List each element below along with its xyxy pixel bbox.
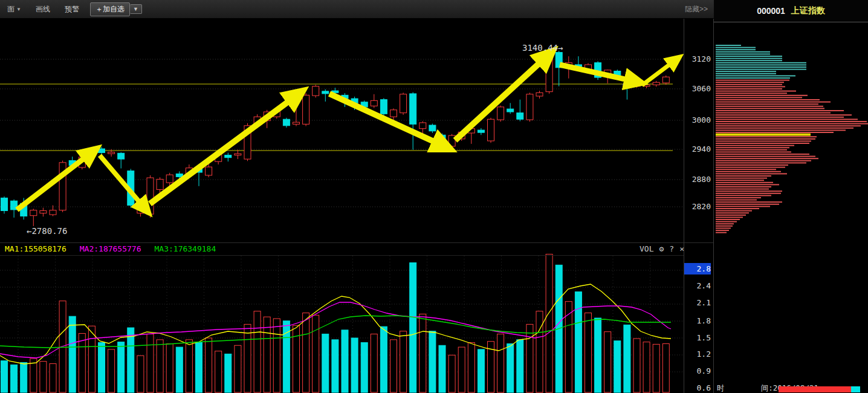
low-annotation: ←2780.76 (27, 226, 67, 236)
volume-axis-label: 1.2 (684, 349, 711, 359)
hide-panel-link[interactable]: 隐藏>> (685, 4, 708, 15)
volume-axis-label: 2.1 (684, 298, 711, 307)
menu-surface-label: 面 (7, 4, 15, 15)
price-axis-label: 3060 (684, 84, 711, 93)
candlestick-series (1, 49, 670, 226)
draw-line-button[interactable]: 画线 (28, 4, 57, 15)
profit-ratio-cyan (851, 386, 860, 392)
price-axis-label: 2880 (684, 175, 711, 184)
chart-canvas[interactable] (0, 0, 868, 393)
alert-button[interactable]: 预警 (57, 4, 86, 15)
price-axis-label: 2820 (684, 202, 711, 211)
volume-axis-label: 0.6 (684, 383, 711, 392)
chevron-down-icon: ▼ (16, 7, 21, 12)
price-axis-label: 3000 (684, 115, 711, 125)
menu-surface-button[interactable]: 面 ▼ (0, 4, 28, 15)
volume-axis-label: 1.8 (684, 316, 711, 325)
top-toolbar: 面 ▼ 画线 预警 ＋加自选 ▼ 隐藏>> (0, 0, 714, 19)
price-axis-label: 3120 (684, 54, 711, 63)
close-icon[interactable]: × (679, 244, 684, 253)
stock-app-window: 面 ▼ 画线 预警 ＋加自选 ▼ 隐藏>> 000001 上证指数 MA1:15… (0, 0, 868, 393)
add-watchlist-button[interactable]: ＋加自选 (90, 2, 130, 16)
volume-ma-legend: MA1:155058176MA2:187655776MA3:176349184 (5, 244, 216, 253)
volume-axis-label: 0.9 (684, 366, 711, 375)
profit-ratio-red (779, 386, 851, 392)
price-axis-label: 2940 (684, 145, 711, 154)
trend-arrows (17, 56, 676, 210)
quote-header: 000001 上证指数 (714, 0, 868, 22)
stock-code: 000001 (757, 6, 785, 16)
profit-ratio-bar (779, 386, 860, 392)
add-watchlist-dropdown[interactable]: ▼ (130, 4, 142, 14)
ma1-legend: MA1:155058176 (5, 244, 66, 253)
vol-indicator-label: VOL (640, 244, 653, 253)
volume-axis-badge: 2.8 (684, 263, 711, 274)
stock-name: 上证指数 (791, 5, 825, 16)
ma2-legend: MA2:187655776 (80, 244, 141, 253)
help-icon[interactable]: ? (669, 244, 674, 253)
volume-pane-controls: VOL ⚙ ? × (640, 244, 684, 253)
high-annotation: 3140.44→ (522, 43, 563, 53)
volume-axis-label: 2.4 (684, 281, 711, 290)
chip-distribution-histogram (716, 45, 868, 233)
volume-axis-label: 1.5 (684, 333, 711, 342)
gear-icon[interactable]: ⚙ (659, 244, 664, 253)
volume-bars (1, 254, 670, 392)
ma3-legend: MA3:176349184 (155, 244, 216, 253)
